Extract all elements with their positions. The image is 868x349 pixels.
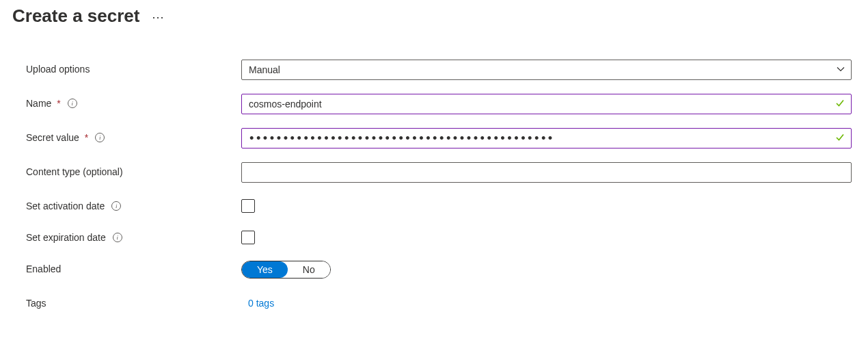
secret-value-label: Secret value * i xyxy=(26,128,241,143)
label-text: Upload options xyxy=(26,64,90,75)
expiration-label: Set expiration date i xyxy=(26,228,241,243)
title-row: Create a secret ··· xyxy=(12,5,856,27)
label-text: Content type (optional) xyxy=(26,166,123,177)
enabled-row: Enabled Yes No xyxy=(26,259,852,294)
upload-options-label: Upload options xyxy=(26,60,241,75)
activation-checkbox[interactable] xyxy=(241,199,255,213)
enabled-field: Yes No xyxy=(241,259,852,279)
content-type-input[interactable] xyxy=(241,162,852,183)
info-icon[interactable]: i xyxy=(68,99,77,108)
more-icon[interactable]: ··· xyxy=(152,8,164,25)
masked-dots: ••••••••••••••••••••••••••••••••••••••••… xyxy=(249,129,554,148)
activation-field xyxy=(241,196,852,215)
expiration-row: Set expiration date i xyxy=(26,228,852,259)
activation-row: Set activation date i xyxy=(26,196,852,228)
upload-options-row: Upload options xyxy=(26,60,852,94)
content-type-field xyxy=(241,162,852,183)
enabled-label: Enabled xyxy=(26,259,241,274)
content-type-row: Content type (optional) xyxy=(26,162,852,196)
secret-value-field: ••••••••••••••••••••••••••••••••••••••••… xyxy=(241,128,852,148)
label-text: Secret value xyxy=(26,132,79,143)
name-label: Name * i xyxy=(26,94,241,109)
required-icon: * xyxy=(85,132,88,143)
info-icon[interactable]: i xyxy=(111,201,121,211)
label-text: Enabled xyxy=(26,263,61,274)
enabled-no-option[interactable]: No xyxy=(288,261,330,278)
form: Upload options Name * i xyxy=(12,60,856,328)
tags-row: Tags 0 tags xyxy=(26,294,852,328)
page-title: Create a secret xyxy=(12,5,139,27)
upload-options-field xyxy=(241,60,852,80)
label-text: Tags xyxy=(26,298,46,309)
label-text: Set expiration date xyxy=(26,232,106,243)
name-field xyxy=(241,94,852,114)
upload-options-select[interactable] xyxy=(241,60,852,80)
activation-label: Set activation date i xyxy=(26,196,241,211)
name-input[interactable] xyxy=(241,94,852,114)
content-type-label: Content type (optional) xyxy=(26,162,241,177)
info-icon[interactable]: i xyxy=(113,233,122,242)
required-icon: * xyxy=(57,98,60,109)
info-icon[interactable]: i xyxy=(95,133,105,142)
create-secret-page: Create a secret ··· Upload options Name … xyxy=(0,0,868,328)
enabled-yes-option[interactable]: Yes xyxy=(242,261,288,278)
enabled-toggle: Yes No xyxy=(241,261,331,279)
secret-value-row: Secret value * i •••••••••••••••••••••••… xyxy=(26,128,852,162)
label-text: Set activation date xyxy=(26,201,105,211)
tags-link[interactable]: 0 tags xyxy=(241,294,852,309)
name-row: Name * i xyxy=(26,94,852,128)
label-text: Name xyxy=(26,98,51,109)
secret-value-input[interactable]: ••••••••••••••••••••••••••••••••••••••••… xyxy=(241,128,852,148)
tags-label: Tags xyxy=(26,294,241,309)
tags-field: 0 tags xyxy=(241,294,852,309)
expiration-checkbox[interactable] xyxy=(241,231,255,244)
expiration-field xyxy=(241,228,852,246)
